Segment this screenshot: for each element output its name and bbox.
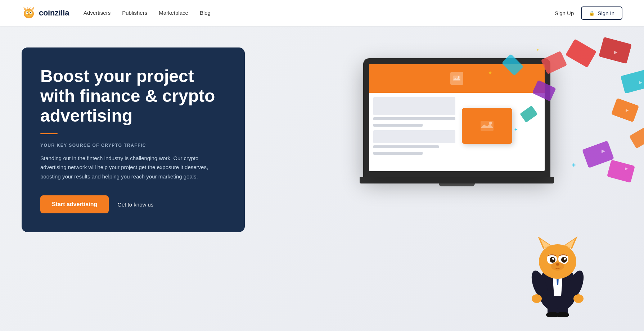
- lock-icon: 🔒: [589, 10, 595, 16]
- signin-label: Sign In: [598, 10, 614, 16]
- deco-star-2: ✦: [514, 127, 518, 132]
- confetti-cyan-2: [502, 54, 524, 76]
- svg-point-39: [532, 294, 542, 303]
- laptop-screen-content: [369, 64, 545, 171]
- svg-point-32: [556, 263, 559, 266]
- content-block-1: [373, 97, 455, 115]
- play-icon-3: ▶: [639, 80, 642, 85]
- svg-marker-19: [481, 124, 494, 128]
- play-icon-5: ▶: [625, 166, 628, 171]
- nav-item-publishers[interactable]: Publishers: [122, 10, 147, 16]
- laptop-content-left: [373, 97, 455, 156]
- hero-title: Boost your project with finance & crypto…: [40, 66, 226, 126]
- svg-point-30: [564, 258, 566, 260]
- svg-marker-13: [27, 7, 28, 9]
- play-icon-2: ▶: [626, 108, 629, 113]
- svg-rect-42: [558, 307, 568, 316]
- navbar-right: Sign Up 🔒 Sign In: [555, 6, 622, 20]
- svg-point-28: [561, 257, 567, 263]
- deco-star-3: ✦: [536, 47, 540, 53]
- signup-button[interactable]: Sign Up: [555, 10, 574, 16]
- play-icon-4: ▶: [602, 148, 605, 154]
- laptop-illustration: [363, 58, 550, 195]
- laptop-content-right: [458, 97, 540, 156]
- laptop-base: [360, 177, 554, 183]
- hero-divider: [40, 133, 58, 134]
- confetti-orange-2: [629, 126, 644, 149]
- svg-point-21: [538, 265, 577, 312]
- svg-point-5: [30, 12, 32, 14]
- nav-link-blog[interactable]: Blog: [200, 10, 211, 16]
- content-line-2: [373, 124, 423, 127]
- hero-description: Standing out in the fintech industry is …: [40, 154, 226, 181]
- logo-link[interactable]: coinzilla: [22, 6, 69, 20]
- svg-marker-14: [29, 7, 31, 9]
- confetti-red-1: [566, 39, 597, 68]
- svg-marker-35: [540, 239, 550, 248]
- navbar-left: coinzilla Advertisers Publishers Marketp…: [22, 6, 211, 20]
- svg-point-4: [27, 12, 28, 14]
- content-line-4: [373, 152, 423, 155]
- svg-marker-23: [556, 270, 559, 285]
- signin-button[interactable]: 🔒 Sign In: [581, 6, 622, 20]
- svg-point-6: [27, 12, 27, 13]
- content-line-1: [373, 117, 455, 120]
- confetti-red-2: [599, 37, 632, 64]
- laptop-stand: [439, 183, 475, 186]
- svg-point-17: [458, 76, 460, 78]
- svg-point-40: [573, 294, 584, 303]
- svg-point-24: [539, 244, 576, 279]
- svg-point-25: [547, 254, 557, 264]
- svg-rect-41: [548, 307, 558, 316]
- svg-marker-16: [453, 77, 460, 80]
- svg-marker-34: [564, 236, 577, 249]
- nav-item-marketplace[interactable]: Marketplace: [159, 10, 188, 16]
- logo-icon: [22, 6, 36, 20]
- hero-subtitle: YOUR KEY SOURCE OF CRYPTO TRAFFIC: [40, 143, 226, 148]
- mascot-character: [522, 209, 594, 310]
- nav-link-advertisers[interactable]: Advertisers: [84, 10, 111, 16]
- svg-point-8: [28, 14, 30, 15]
- ad-image-icon: [450, 72, 463, 85]
- laptop-ad-banner: [369, 64, 545, 93]
- hero-card: Boost your project with finance & crypto…: [22, 47, 245, 232]
- svg-point-20: [489, 122, 492, 124]
- deco-star-1: ✦: [487, 69, 493, 77]
- logo-text: coinzilla: [39, 8, 69, 18]
- svg-point-31: [551, 262, 564, 271]
- confetti-purple-2: [532, 80, 556, 101]
- svg-marker-33: [538, 236, 551, 249]
- svg-point-38: [564, 268, 587, 301]
- nav-links: Advertisers Publishers Marketplace Blog: [84, 10, 211, 16]
- svg-marker-36: [565, 239, 575, 248]
- hero-illustration: ✦ ✦ ✦ ✚ ✚ ▶ ▶ ▶ ▶ ▶: [334, 37, 644, 317]
- confetti-red-3: [541, 51, 567, 74]
- svg-marker-22: [552, 269, 563, 296]
- laptop-content-grid: [369, 93, 545, 160]
- hero-actions: Start advertising Get to know us: [40, 195, 226, 213]
- svg-point-26: [558, 254, 568, 264]
- svg-point-7: [31, 12, 31, 13]
- svg-point-37: [528, 268, 551, 301]
- nav-item-advertisers[interactable]: Advertisers: [84, 10, 111, 16]
- nav-link-marketplace[interactable]: Marketplace: [159, 10, 188, 16]
- play-icon-1: ▶: [614, 50, 617, 55]
- nav-link-publishers[interactable]: Publishers: [122, 10, 147, 16]
- navbar: coinzilla Advertisers Publishers Marketp…: [0, 0, 644, 26]
- get-to-know-us-link[interactable]: Get to know us: [117, 201, 153, 208]
- start-advertising-button[interactable]: Start advertising: [40, 195, 109, 213]
- confetti-orange-1: [611, 98, 639, 122]
- confetti-purple-1: [582, 141, 614, 168]
- confetti-pink-1: [607, 160, 635, 183]
- svg-rect-15: [453, 76, 460, 81]
- nav-item-blog[interactable]: Blog: [200, 10, 211, 16]
- confetti-cyan-1: [621, 70, 644, 94]
- svg-point-43: [546, 312, 559, 317]
- ad-card-overlay: [462, 108, 512, 144]
- confetti-teal-1: [520, 105, 538, 123]
- content-line-3: [373, 145, 439, 148]
- deco-cross-2: ✚: [572, 163, 576, 168]
- content-block-2: [373, 130, 455, 143]
- svg-point-27: [550, 257, 555, 263]
- svg-point-44: [556, 312, 569, 317]
